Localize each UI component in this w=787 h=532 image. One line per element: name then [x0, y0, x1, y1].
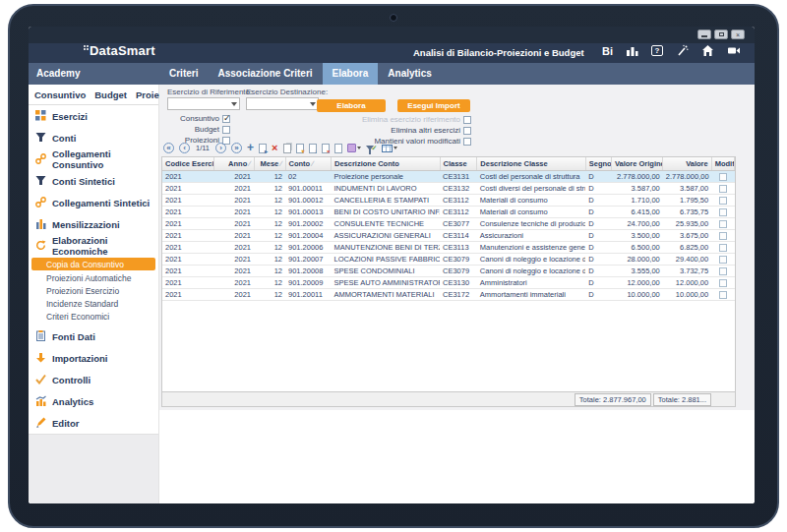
esegui-import-button[interactable]: Esegui Import [397, 99, 470, 112]
preview-button[interactable] [334, 144, 342, 153]
table-row[interactable]: 2021202112901.00012CANCELLERIA E STAMPAT… [162, 195, 735, 207]
col-mese[interactable]: Mese∕ [254, 157, 285, 171]
budget-checkbox[interactable] [222, 126, 230, 134]
tab-elabora[interactable]: Elabora [323, 63, 379, 85]
sidebar-item-controlli[interactable]: Controlli [29, 369, 158, 390]
elimina-esercizio-riferimento-checkbox[interactable] [463, 116, 471, 124]
sidebar-item-collegamenti-sintetici[interactable]: Collegamenti Sintetici [29, 192, 158, 213]
table-row[interactable]: 2021202112901.00013BENI DI COSTO UNITARI… [162, 207, 735, 218]
chevron-down-icon [231, 102, 237, 106]
checkbox-row-budget[interactable]: Budget [167, 125, 230, 134]
modifica-checkbox[interactable] [719, 291, 727, 299]
submenu-item-copia-da-consuntivo[interactable]: Copia da Consuntivo [31, 258, 155, 270]
tab-associazione-criteri[interactable]: Associazione Criteri [208, 63, 322, 85]
submenu-item-proiezioni-esercizio[interactable]: Proiezioni Esercizio [29, 284, 158, 297]
modifica-checkbox[interactable] [719, 279, 727, 287]
export-doc-button[interactable]: ↓ [309, 144, 317, 153]
elabora-button[interactable]: Elabora [317, 99, 386, 112]
last-page-button[interactable]: » [231, 143, 242, 153]
restore-button[interactable] [714, 30, 728, 39]
modifica-checkbox[interactable] [719, 197, 727, 205]
col-anno[interactable]: Anno∕ [213, 157, 254, 171]
modifica-checkbox[interactable] [719, 256, 727, 264]
screen: × DataSmart Analisi di Bilancio-Proiezio… [29, 27, 755, 503]
paste-button[interactable]: ▾ [296, 144, 304, 153]
col-codice-esercizio[interactable]: Codice Esercizio [162, 157, 213, 171]
first-page-button[interactable]: « [163, 143, 174, 153]
sidebar-item-collegamenti-consuntivo[interactable]: Collegamenti Consuntivo [29, 148, 158, 170]
next-page-button[interactable]: › [215, 143, 226, 153]
table-row[interactable]: 2021202112901.20006MANUTENZIONE BENI DI … [162, 242, 735, 254]
app-body: Consuntivo Budget Proiezioni Esercizi Co… [29, 85, 755, 503]
elimina-altri-esercizi-checkbox[interactable] [463, 127, 471, 135]
sidebar-item-esercizi[interactable]: Esercizi [29, 105, 158, 127]
modifica-checkbox[interactable] [719, 232, 727, 240]
chevron-down-icon [310, 102, 316, 106]
add-row-button[interactable]: + [247, 143, 254, 153]
sidebar-item-importazioni[interactable]: Importazioni [29, 347, 158, 369]
modifica-checkbox[interactable] [719, 185, 727, 193]
sidebar-item-conti-sintetici[interactable]: Conti Sintetici [29, 170, 158, 192]
submenu-item-proiezioni-automatiche[interactable]: Proiezioni Automatiche [29, 271, 158, 284]
table-row[interactable]: 2021202112901.20004ASSICURAZIONI GENERAL… [162, 230, 735, 242]
col-descrizione-classe[interactable]: Descrizione Classe [477, 157, 585, 171]
sidebar-item-analytics[interactable]: Analytics [29, 390, 158, 412]
modifica-checkbox[interactable] [719, 220, 727, 228]
sidebar-item-conti[interactable]: Conti [29, 127, 158, 148]
mantieni-valori-modificati-checkbox[interactable] [463, 138, 471, 146]
tab-criteri[interactable]: Criteri [159, 63, 208, 85]
modifica-checkbox[interactable] [719, 173, 727, 181]
columns-menu-button[interactable] [382, 145, 397, 152]
bar-chart-icon[interactable] [626, 44, 638, 57]
consuntivo-checkbox[interactable] [222, 115, 230, 123]
magic-wand-icon[interactable] [676, 44, 689, 57]
modifica-checkbox[interactable] [719, 244, 727, 252]
submenu-item-criteri-economici[interactable]: Criteri Economici [29, 310, 158, 323]
col-conto[interactable]: Conto∕ [285, 157, 332, 171]
copy-button[interactable] [283, 144, 291, 153]
checkbox-row-consuntivo[interactable]: Consuntivo [167, 114, 230, 123]
col-valore-origine[interactable]: Valore Origine [611, 157, 662, 171]
results-table: Codice Esercizio Anno∕ Mese∕ Conto∕ Desc… [161, 156, 736, 407]
table-row[interactable]: 2021202112901.20002CONSULENTE TECNICHECE… [162, 218, 735, 230]
sidebar-filler [29, 434, 158, 503]
delete-doc-button[interactable]: × [322, 144, 330, 153]
bi-icon[interactable]: Bi [602, 45, 613, 57]
minimize-button[interactable] [697, 30, 711, 39]
edit-row-button[interactable]: ▸ [259, 144, 267, 153]
modifica-checkbox[interactable] [719, 208, 727, 216]
col-segno[interactable]: Segno [585, 157, 611, 171]
scope-tab-consuntivo[interactable]: Consuntivo [34, 89, 86, 100]
submenu-item-incidenze-standard[interactable]: Incidenze Standard [29, 297, 158, 310]
esercizio-destinazione-select[interactable] [246, 97, 319, 110]
help-icon[interactable]: ? [651, 45, 663, 56]
tab-analytics[interactable]: Analytics [378, 63, 441, 85]
table-row[interactable]: 202120211202Proiezione personaleCE3131Co… [162, 171, 735, 183]
academy-label: Academy [36, 68, 80, 79]
close-button[interactable]: × [731, 30, 745, 39]
col-valore[interactable]: Valore [663, 157, 711, 171]
delete-row-button[interactable]: × [272, 143, 277, 153]
filter-button[interactable]: ✓ [366, 145, 378, 152]
sidebar-item-editor[interactable]: Editor [29, 412, 158, 434]
scope-tab-budget[interactable]: Budget [94, 89, 127, 100]
table-row[interactable]: 2021202112901.20007LOCAZIONI PASSIVE FAB… [162, 254, 735, 266]
table-row[interactable]: 2021202112901.00011INDUMENTI DI LAVOROCE… [162, 183, 735, 195]
prev-page-button[interactable]: ‹ [179, 143, 190, 153]
home-icon[interactable] [701, 44, 714, 57]
table-row[interactable]: 2021202112901.20009SPESE AUTO AMMINISTRA… [162, 277, 735, 289]
checkbox-row-elimina-altri-esercizi[interactable]: Elimina altri esercizi [317, 126, 471, 135]
modifica-checkbox[interactable] [719, 267, 727, 275]
col-classe[interactable]: Classe [440, 157, 477, 171]
video-camera-icon[interactable] [727, 44, 741, 57]
table-row[interactable]: 2021202112901.20011AMMORTAMENTI MATERIAL… [162, 289, 735, 301]
table-row[interactable]: 2021202112901.20008SPESE CONDOMINIALICE3… [162, 266, 735, 277]
export-menu-button[interactable] [347, 144, 361, 152]
checkbox-row-elimina-esercizio-riferimento[interactable]: Elimina esercizio riferimento [317, 115, 471, 124]
esercizio-riferimento-select[interactable] [167, 97, 240, 110]
col-descrizione-conto[interactable]: Descrizione Conto [332, 157, 440, 171]
sidebar-item-fonti-dati[interactable]: Fonti Dati [29, 325, 158, 347]
col-modifica[interactable]: Modifica [711, 157, 734, 171]
sidebar-item-mensilizzazioni[interactable]: Mensilizzazioni [29, 213, 158, 235]
sidebar-item-elaborazioni-economiche[interactable]: Elaborazioni Economiche [29, 235, 158, 257]
